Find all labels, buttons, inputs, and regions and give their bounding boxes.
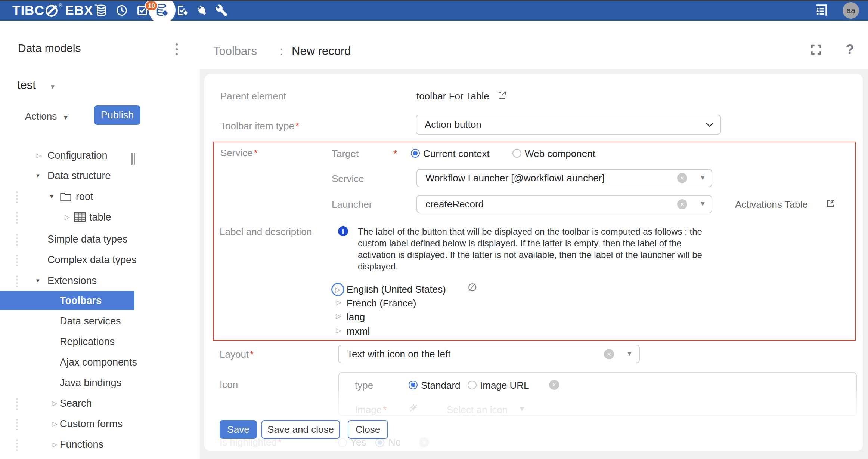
parent-element-label: Parent element bbox=[220, 90, 286, 102]
help-button[interactable]: ? bbox=[846, 42, 854, 58]
close-button[interactable]: Close bbox=[348, 420, 388, 439]
history-clock-icon[interactable] bbox=[115, 4, 128, 17]
workflow-edit-icon[interactable] bbox=[176, 4, 189, 17]
tibco-swoosh-icon bbox=[45, 4, 58, 17]
fullscreen-icon[interactable] bbox=[810, 43, 822, 56]
integrations-plug-icon[interactable] bbox=[195, 4, 209, 17]
save-and-close-button[interactable]: Save and close bbox=[261, 420, 340, 439]
drag-handle-icon[interactable] bbox=[16, 418, 18, 430]
actions-label: Actions bbox=[25, 111, 57, 122]
locale-focus-ring[interactable]: ▷ bbox=[331, 283, 344, 296]
sidebar-item-configuration[interactable]: Configuration bbox=[0, 147, 134, 164]
target-current-context-radio[interactable] bbox=[411, 149, 420, 158]
tree-item-label: Java bindings bbox=[60, 375, 121, 391]
chevron-right-icon[interactable]: ▷ bbox=[336, 326, 341, 335]
tree-item-label: Simple data types bbox=[47, 231, 128, 247]
sidebar-item-functions[interactable]: Functions bbox=[0, 436, 134, 453]
dataset-selector[interactable]: test ▼ bbox=[17, 78, 56, 92]
chevron-right-icon[interactable] bbox=[65, 209, 70, 225]
clear-launcher-icon[interactable]: ✕ bbox=[677, 199, 687, 209]
icon-group-label: Icon bbox=[220, 379, 238, 391]
drag-handle-icon[interactable] bbox=[16, 254, 18, 266]
drag-handle-icon[interactable] bbox=[16, 438, 18, 451]
datasets-icon[interactable] bbox=[94, 4, 108, 17]
locale-french[interactable]: French (France) bbox=[347, 298, 416, 309]
user-avatar[interactable]: aa bbox=[843, 2, 859, 19]
drag-handle-icon[interactable] bbox=[16, 191, 18, 203]
sidebar-item-toolbars-selected[interactable]: Toolbars bbox=[0, 291, 134, 310]
locale-english[interactable]: English (United States) bbox=[347, 284, 446, 295]
chevron-right-icon[interactable] bbox=[52, 395, 57, 412]
sidebar-item-table[interactable]: table bbox=[0, 209, 134, 225]
sidebar-item-data-structure[interactable]: Data structure bbox=[0, 167, 134, 184]
chevron-down-icon[interactable] bbox=[35, 272, 41, 289]
tree-item-label: Search bbox=[60, 395, 92, 412]
drag-handle-icon[interactable] bbox=[16, 233, 18, 246]
tree-item-label: Extensions bbox=[47, 272, 97, 289]
launcher-combobox[interactable]: createRecord bbox=[416, 195, 712, 213]
label-description-label: Label and description bbox=[220, 226, 312, 238]
dropdown-caret-icon[interactable]: ▼ bbox=[699, 200, 706, 208]
sidebar-resize-handle[interactable] bbox=[131, 153, 135, 165]
activations-table-link[interactable]: Activations Table bbox=[735, 199, 808, 210]
chevron-down-icon[interactable] bbox=[49, 188, 55, 205]
tree-item-label: Ajax components bbox=[60, 354, 137, 370]
tree-item-label: Toolbars bbox=[60, 291, 102, 310]
clear-layout-icon[interactable]: ✕ bbox=[604, 349, 614, 359]
service-field-label: Service bbox=[332, 173, 364, 185]
sidebar-item-data-services[interactable]: Data services bbox=[0, 313, 134, 329]
publish-button[interactable]: Publish bbox=[94, 105, 140, 125]
sidebar-item-root[interactable]: root bbox=[0, 188, 134, 205]
info-line: activation is displayed. If the latter i… bbox=[358, 249, 702, 261]
info-line: custom label defined below is displayed.… bbox=[358, 237, 702, 249]
layout-combobox[interactable]: Text with icon on the left bbox=[338, 345, 640, 363]
info-line: displayed. bbox=[358, 261, 702, 272]
clear-service-icon[interactable]: ✕ bbox=[677, 173, 687, 183]
sidebar-menu-kebab-icon[interactable] bbox=[176, 43, 178, 55]
drag-handle-icon[interactable] bbox=[16, 211, 18, 224]
table-icon bbox=[74, 212, 86, 222]
target-web-component-radio[interactable] bbox=[512, 149, 521, 158]
service-combobox[interactable]: Workflow Launcher [@workflowLauncher] bbox=[416, 169, 712, 187]
icon-type-image-url-radio[interactable] bbox=[468, 381, 477, 389]
open-external-icon[interactable] bbox=[826, 199, 835, 208]
sidebar-item-simple-data-types[interactable]: Simple data types bbox=[0, 231, 134, 247]
drag-handle-icon[interactable] bbox=[16, 275, 18, 287]
toolbar-item-type-select[interactable]: Action button bbox=[416, 115, 721, 135]
drag-handle-icon[interactable] bbox=[16, 397, 18, 410]
locale-mxml[interactable]: mxml bbox=[347, 326, 370, 337]
sidebar-item-replications[interactable]: Replications bbox=[0, 333, 134, 350]
sidebar-item-custom-forms[interactable]: Custom forms bbox=[0, 416, 134, 432]
chevron-down-icon[interactable] bbox=[35, 167, 41, 184]
folder-icon bbox=[60, 192, 72, 201]
target-required-marker: * bbox=[393, 148, 397, 160]
window-top-edge bbox=[0, 0, 868, 1]
tree-item-label: table bbox=[89, 209, 111, 225]
toolbar-item-type-value: Action button bbox=[425, 119, 481, 130]
chevron-right-icon[interactable] bbox=[36, 147, 41, 164]
target-web-component-label: Web component bbox=[525, 148, 595, 160]
session-log-icon[interactable] bbox=[814, 4, 830, 17]
locale-lang[interactable]: lang bbox=[347, 311, 365, 323]
sidebar-item-extensions[interactable]: Extensions bbox=[0, 272, 134, 289]
open-external-icon[interactable] bbox=[497, 91, 506, 100]
chevron-right-icon[interactable] bbox=[52, 436, 57, 453]
sidebar-item-ajax-components[interactable]: Ajax components bbox=[0, 354, 134, 370]
chevron-right-icon[interactable] bbox=[52, 416, 57, 432]
sidebar-item-complex-data-types[interactable]: Complex data types bbox=[0, 252, 134, 268]
clear-icon-type-icon[interactable]: ✕ bbox=[549, 380, 559, 390]
info-line: The label of the button that will be dis… bbox=[358, 226, 702, 237]
icon-type-standard-radio[interactable] bbox=[409, 381, 418, 389]
actions-dropdown[interactable]: Actions ▼ bbox=[25, 111, 69, 122]
dropdown-caret-icon[interactable]: ▼ bbox=[626, 349, 633, 358]
sidebar-item-java-bindings[interactable]: Java bindings bbox=[0, 375, 134, 391]
chevron-right-icon[interactable]: ▷ bbox=[336, 298, 341, 306]
administration-wrench-icon[interactable] bbox=[215, 4, 228, 17]
sidebar-item-search[interactable]: Search bbox=[0, 395, 134, 412]
icon-type-standard-label: Standard bbox=[421, 380, 461, 391]
chevron-right-icon: ▷ bbox=[335, 286, 341, 294]
dropdown-caret-icon[interactable]: ▼ bbox=[699, 173, 706, 182]
chevron-right-icon[interactable]: ▷ bbox=[336, 312, 341, 320]
save-button[interactable]: Save bbox=[220, 420, 257, 439]
icon-type-image-url-label: Image URL bbox=[480, 380, 529, 391]
